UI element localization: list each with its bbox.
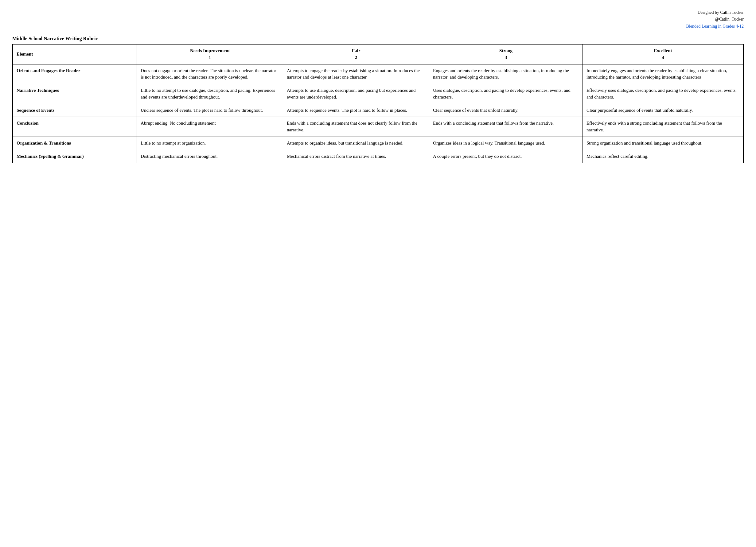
col-header-fair: Fair 2 (283, 44, 429, 64)
cell-element-1: Narrative Techniques (13, 84, 137, 104)
table-row: ConclusionAbrupt ending. No concluding s… (13, 117, 743, 137)
designer-line1: Designed by Catlin Tucker (698, 10, 744, 15)
cell-fair-0: Attempts to engage the reader by establi… (283, 64, 429, 84)
cell-excellent-3: Effectively ends with a strong concludin… (583, 117, 743, 137)
cell-strong-0: Engages and orients the reader by establ… (429, 64, 583, 84)
cell-element-2: Sequence of Events (13, 104, 137, 117)
cell-needs_improvement-0: Does not engage or orient the reader. Th… (137, 64, 283, 84)
cell-element-5: Mechanics (Spelling & Grammar) (13, 150, 137, 163)
col-header-element: Element (13, 44, 137, 64)
table-row: Organization & TransitionsLittle to no a… (13, 137, 743, 150)
cell-element-3: Conclusion (13, 117, 137, 137)
cell-element-4: Organization & Transitions (13, 137, 137, 150)
cell-needs_improvement-5: Distracting mechanical errors throughout… (137, 150, 283, 163)
rubric-table: Element Needs Improvement 1 Fair 2 Stron… (12, 44, 744, 163)
cell-strong-5: A couple errors present, but they do not… (429, 150, 583, 163)
table-header-row: Element Needs Improvement 1 Fair 2 Stron… (13, 44, 743, 64)
cell-excellent-4: Strong organization and transitional lan… (583, 137, 743, 150)
cell-needs_improvement-4: Little to no attempt at organization. (137, 137, 283, 150)
cell-strong-3: Ends with a concluding statement that fo… (429, 117, 583, 137)
cell-fair-1: Attempts to use dialogue, description, a… (283, 84, 429, 104)
header-link[interactable]: Blended Learning in Grades 4-12 (686, 24, 744, 29)
cell-needs_improvement-2: Unclear sequence of events. The plot is … (137, 104, 283, 117)
col-header-excellent: Excellent 4 (583, 44, 743, 64)
cell-element-0: Orients and Engages the Reader (13, 64, 137, 84)
col-header-strong: Strong 3 (429, 44, 583, 64)
cell-needs_improvement-3: Abrupt ending. No concluding statement (137, 117, 283, 137)
cell-needs_improvement-1: Little to no attempt to use dialogue, de… (137, 84, 283, 104)
table-row: Mechanics (Spelling & Grammar)Distractin… (13, 150, 743, 163)
rubric-title: Middle School Narrative Writing Rubric (12, 36, 744, 41)
cell-excellent-1: Effectively uses dialogue, description, … (583, 84, 743, 104)
cell-excellent-2: Clear purposeful sequence of events that… (583, 104, 743, 117)
cell-excellent-5: Mechanics reflect careful editing. (583, 150, 743, 163)
table-row: Narrative TechniquesLittle to no attempt… (13, 84, 743, 104)
cell-fair-2: Attempts to sequence events. The plot is… (283, 104, 429, 117)
header-credit: Designed by Catlin Tucker @Catlin_Tucker… (12, 9, 744, 30)
cell-strong-1: Uses dialogue, description, and pacing t… (429, 84, 583, 104)
cell-fair-4: Attempts to organize ideas, but transiti… (283, 137, 429, 150)
table-row: Sequence of EventsUnclear sequence of ev… (13, 104, 743, 117)
designer-line2: @Catlin_Tucker (715, 17, 744, 22)
cell-strong-4: Organizes ideas in a logical way. Transi… (429, 137, 583, 150)
cell-strong-2: Clear sequence of events that unfold nat… (429, 104, 583, 117)
cell-fair-5: Mechanical errors distract from the narr… (283, 150, 429, 163)
col-header-needs-improvement: Needs Improvement 1 (137, 44, 283, 64)
table-row: Orients and Engages the ReaderDoes not e… (13, 64, 743, 84)
cell-fair-3: Ends with a concluding statement that do… (283, 117, 429, 137)
cell-excellent-0: Immediately engages and orients the read… (583, 64, 743, 84)
